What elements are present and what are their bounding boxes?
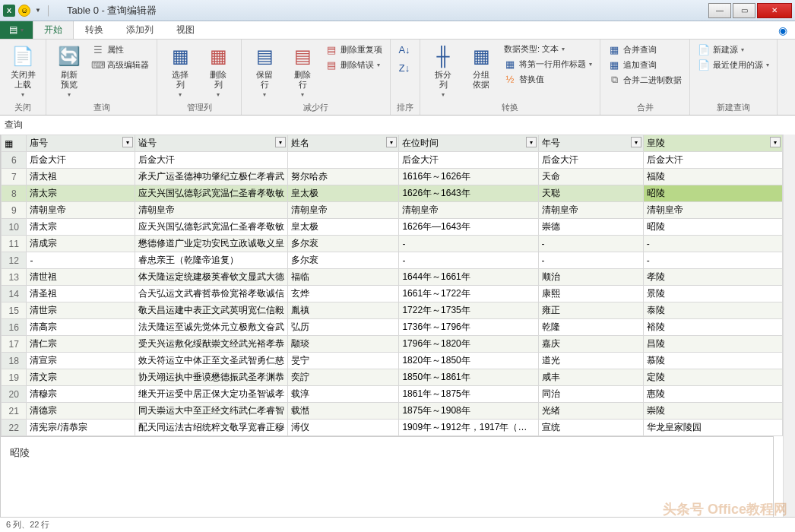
grid-cell[interactable]: 承天广运圣德神功肇纪立极仁孝睿武 <box>135 169 287 185</box>
column-filter-icon[interactable]: ▾ <box>631 137 641 147</box>
grid-cell[interactable] <box>287 152 399 169</box>
row-number[interactable]: 6 <box>2 152 27 169</box>
new-source-button[interactable]: 📄新建源▾ <box>696 43 771 56</box>
table-row[interactable]: 21清德宗同天崇运大中至正经文纬武仁孝睿智载湉1875年～1908年光绪崇陵 <box>2 403 783 420</box>
grid-cell[interactable]: 福陵 <box>643 169 782 185</box>
grid-cell[interactable]: 1875年～1908年 <box>399 403 538 420</box>
table-row[interactable]: 17清仁宗受天兴运敷化绥猷崇文经武光裕孝恭颙琰1796年～1820年嘉庆昌陵 <box>2 336 783 353</box>
tab-transform[interactable]: 转换 <box>74 21 115 39</box>
data-type-button[interactable]: 数据类型: 文本▾ <box>502 43 594 55</box>
grid-cell[interactable]: 清文宗 <box>27 369 135 386</box>
row-number[interactable]: 9 <box>2 202 27 219</box>
column-filter-icon[interactable]: ▾ <box>770 137 781 147</box>
grid-cell[interactable]: 应天兴国弘德彰武宽温仁圣睿孝敬敏 <box>135 185 287 202</box>
replace-values-button[interactable]: ½替换值 <box>502 72 594 86</box>
grid-cell[interactable]: - <box>27 252 135 269</box>
append-query-button[interactable]: ▦追加查询 <box>607 58 683 71</box>
row-number[interactable]: 15 <box>2 302 27 319</box>
grid-cell[interactable]: 同天崇运大中至正经文纬武仁孝睿智 <box>135 403 287 420</box>
grid-cell[interactable]: 弘历 <box>287 319 399 336</box>
qat-dropdown-icon[interactable]: ▼ <box>33 7 43 14</box>
grid-cell[interactable]: - <box>643 252 782 269</box>
grid-cell[interactable]: 清穆宗 <box>27 386 135 403</box>
grid-cell[interactable]: 奕詝 <box>287 369 399 386</box>
advanced-editor-button[interactable]: ⌨高级编辑器 <box>90 58 150 71</box>
grid-cell[interactable]: 清成宗 <box>27 236 135 252</box>
row-number[interactable]: 22 <box>2 420 27 436</box>
remove-duplicates-button[interactable]: ▤删除重复项 <box>324 43 384 56</box>
grid-cell[interactable]: 玄烨 <box>287 286 399 302</box>
column-header[interactable]: 皇陵▾ <box>643 135 782 152</box>
grid-cell[interactable]: 继天开运受中居正保大定功圣智诚孝 <box>135 386 287 403</box>
grid-cell[interactable]: - <box>399 236 538 252</box>
grid-cell[interactable]: 皇太极 <box>287 185 399 202</box>
column-header[interactable]: 姓名▾ <box>287 135 399 152</box>
sort-desc-button[interactable]: Z↓ <box>397 61 412 74</box>
grid-cell[interactable]: 多尔衮 <box>287 252 399 269</box>
table-row[interactable]: 12-睿忠亲王（乾隆帝追复）多尔衮--- <box>2 252 783 269</box>
grid-cell[interactable]: 咸丰 <box>538 369 643 386</box>
table-row[interactable]: 8清太宗应天兴国弘德彰武宽温仁圣睿孝敬敏皇太极1626年～1643年天聪昭陵 <box>2 185 783 202</box>
column-filter-icon[interactable]: ▾ <box>122 137 133 147</box>
row-number[interactable]: 7 <box>2 169 27 185</box>
grid-cell[interactable]: 天聪 <box>538 185 643 202</box>
grid-cell[interactable]: 天命 <box>538 169 643 185</box>
grid-cell[interactable]: 雍正 <box>538 302 643 319</box>
grid-cell[interactable]: 光绪 <box>538 403 643 420</box>
table-row[interactable]: 13清世祖体天隆运定统建极英睿钦文显武大德福临1644年～1661年顺治孝陵 <box>2 269 783 286</box>
group-by-button[interactable]: ▦ 分组 依据 <box>464 43 498 91</box>
column-filter-icon[interactable]: ▾ <box>275 137 286 147</box>
grid-cell[interactable]: 清宣宗 <box>27 353 135 369</box>
grid-cell[interactable]: 清朝皇帝 <box>643 202 782 219</box>
grid-cell[interactable]: 清朝皇帝 <box>27 202 135 219</box>
close-upload-button[interactable]: 📄 关闭并 上载▾ <box>6 43 40 100</box>
grid-cell[interactable]: 清德宗 <box>27 403 135 420</box>
table-row[interactable]: 11清成宗懋德修道广业定功安民立政诚敬义皇多尔衮--- <box>2 236 783 252</box>
grid-cell[interactable]: 懋德修道广业定功安民立政诚敬义皇 <box>135 236 287 252</box>
remove-errors-button[interactable]: ▤删除错误▾ <box>324 58 384 71</box>
tab-add-column[interactable]: 添加列 <box>115 21 165 39</box>
keep-rows-button[interactable]: ▤ 保留 行▾ <box>248 43 281 100</box>
row-number[interactable]: 19 <box>2 369 27 386</box>
grid-cell[interactable]: 清朝皇帝 <box>135 202 287 219</box>
grid-cell[interactable]: 慕陵 <box>643 353 782 369</box>
grid-cell[interactable]: 1909年～1912年，1917年（复辟） <box>399 420 538 436</box>
grid-cell[interactable]: - <box>643 236 782 252</box>
grid-cell[interactable]: 清高宗 <box>27 319 135 336</box>
vertical-scrollbar[interactable] <box>783 135 795 517</box>
grid-cell[interactable]: 清朝皇帝 <box>538 202 643 219</box>
grid-cell[interactable]: 多尔衮 <box>287 236 399 252</box>
grid-cell[interactable]: 清圣祖 <box>27 286 135 302</box>
grid-cell[interactable]: 敬天昌运建中表正文武英明宽仁信毅 <box>135 302 287 319</box>
row-number[interactable]: 11 <box>2 236 27 252</box>
grid-cell[interactable]: 1626年—1643年 <box>399 219 538 236</box>
row-number[interactable]: 8 <box>2 185 27 202</box>
column-header[interactable]: 年号▾ <box>538 135 643 152</box>
column-filter-icon[interactable]: ▾ <box>526 137 537 147</box>
grid-cell[interactable]: 1616年～1626年 <box>399 169 538 185</box>
sort-asc-button[interactable]: A↓ <box>397 43 412 56</box>
split-column-button[interactable]: ╫ 拆分 列▾ <box>426 43 460 100</box>
grid-cell[interactable]: 清朝皇帝 <box>287 202 399 219</box>
minimize-button[interactable]: — <box>708 3 731 18</box>
grid-cell[interactable]: 后金大汗 <box>27 152 135 169</box>
table-row[interactable]: 9清朝皇帝清朝皇帝清朝皇帝清朝皇帝清朝皇帝清朝皇帝 <box>2 202 783 219</box>
grid-cell[interactable]: 崇德 <box>538 219 643 236</box>
grid-cell[interactable]: 福临 <box>287 269 399 286</box>
table-row[interactable]: 16清高宗法天隆运至诚先觉体元立极敷文奋武弘历1736年～1796年乾隆裕陵 <box>2 319 783 336</box>
grid-cell[interactable]: 清太祖 <box>27 169 135 185</box>
grid-cell[interactable]: 受天兴运敷化绥猷崇文经武光裕孝恭 <box>135 336 287 353</box>
close-button[interactable]: ✕ <box>757 3 792 18</box>
first-row-header-button[interactable]: ▦将第一行用作标题▾ <box>502 57 594 71</box>
grid-cell[interactable]: 昭陵 <box>643 185 782 202</box>
grid-cell[interactable]: 宣统 <box>538 420 643 436</box>
grid-cell[interactable]: 后金大汗 <box>538 152 643 169</box>
row-number[interactable]: 18 <box>2 353 27 369</box>
grid-cell[interactable]: 华龙皇家陵园 <box>643 420 782 436</box>
grid-cell[interactable]: 合天弘运文武睿哲恭俭宽裕孝敬诚信 <box>135 286 287 302</box>
grid-cell[interactable]: - <box>538 252 643 269</box>
grid-cell[interactable]: 崇陵 <box>643 403 782 420</box>
grid-cell[interactable]: 嘉庆 <box>538 336 643 353</box>
grid-cell[interactable]: 清世祖 <box>27 269 135 286</box>
grid-cell[interactable]: 昌陵 <box>643 336 782 353</box>
